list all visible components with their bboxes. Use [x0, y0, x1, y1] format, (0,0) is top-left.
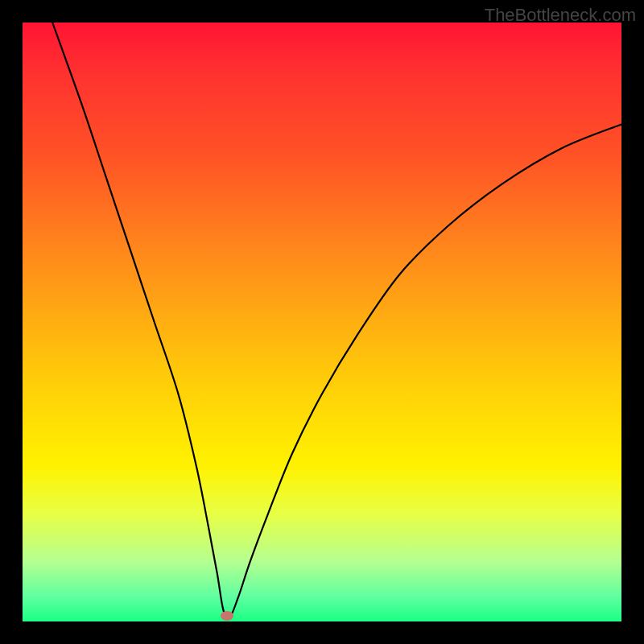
curve-svg — [23, 23, 621, 621]
minimum-marker — [221, 611, 233, 621]
watermark-text: TheBottleneck.com — [485, 5, 636, 26]
chart-frame: TheBottleneck.com — [0, 0, 644, 644]
bottleneck-curve — [52, 23, 621, 619]
plot-area — [23, 23, 621, 621]
